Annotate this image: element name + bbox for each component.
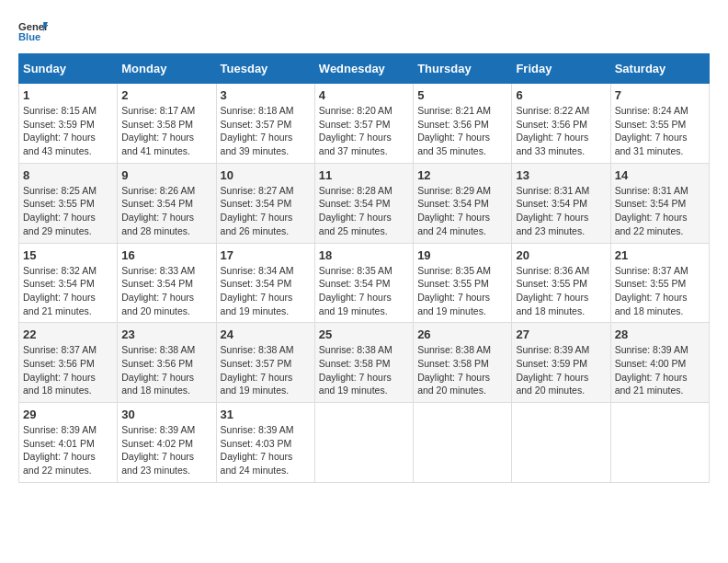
calendar-cell: 31Sunrise: 8:39 AMSunset: 4:03 PMDayligh… <box>216 403 314 483</box>
calendar-week-1: 1Sunrise: 8:15 AMSunset: 3:59 PMDaylight… <box>19 84 710 164</box>
day-number: 13 <box>516 168 606 182</box>
calendar-cell: 27Sunrise: 8:39 AMSunset: 3:59 PMDayligh… <box>512 323 610 403</box>
calendar-cell: 3Sunrise: 8:18 AMSunset: 3:57 PMDaylight… <box>216 84 314 164</box>
cell-info: Sunrise: 8:21 AMSunset: 3:56 PMDaylight:… <box>417 104 507 158</box>
day-number: 19 <box>417 248 507 262</box>
day-header-saturday: Saturday <box>610 54 709 84</box>
cell-info: Sunrise: 8:37 AMSunset: 3:56 PMDaylight:… <box>23 343 113 397</box>
day-number: 12 <box>417 168 507 182</box>
day-number: 8 <box>23 168 113 182</box>
calendar-cell: 1Sunrise: 8:15 AMSunset: 3:59 PMDaylight… <box>19 84 118 164</box>
page-header: General Blue <box>18 18 710 44</box>
day-number: 4 <box>319 88 409 102</box>
calendar-cell: 11Sunrise: 8:28 AMSunset: 3:54 PMDayligh… <box>314 163 413 243</box>
day-header-thursday: Thursday <box>414 54 512 84</box>
cell-info: Sunrise: 8:15 AMSunset: 3:59 PMDaylight:… <box>23 104 113 158</box>
day-number: 16 <box>121 248 211 262</box>
day-number: 21 <box>615 248 705 262</box>
day-number: 29 <box>23 408 113 421</box>
cell-info: Sunrise: 8:35 AMSunset: 3:55 PMDaylight:… <box>417 264 507 318</box>
calendar-week-2: 8Sunrise: 8:25 AMSunset: 3:55 PMDaylight… <box>19 163 710 243</box>
day-number: 11 <box>319 168 409 182</box>
cell-info: Sunrise: 8:28 AMSunset: 3:54 PMDaylight:… <box>319 184 409 238</box>
day-header-wednesday: Wednesday <box>314 54 413 84</box>
day-number: 18 <box>319 248 409 262</box>
cell-info: Sunrise: 8:25 AMSunset: 3:55 PMDaylight:… <box>23 184 113 238</box>
cell-info: Sunrise: 8:37 AMSunset: 3:55 PMDaylight:… <box>615 264 705 318</box>
calendar-cell: 7Sunrise: 8:24 AMSunset: 3:55 PMDaylight… <box>610 84 709 164</box>
svg-text:Blue: Blue <box>18 31 40 42</box>
day-number: 31 <box>221 408 311 421</box>
day-number: 7 <box>615 88 705 102</box>
calendar-cell: 10Sunrise: 8:27 AMSunset: 3:54 PMDayligh… <box>216 163 314 243</box>
day-number: 15 <box>23 248 113 262</box>
calendar-cell: 2Sunrise: 8:17 AMSunset: 3:58 PMDaylight… <box>118 84 216 164</box>
calendar-cell: 21Sunrise: 8:37 AMSunset: 3:55 PMDayligh… <box>610 243 709 323</box>
cell-info: Sunrise: 8:39 AMSunset: 3:59 PMDaylight:… <box>516 343 606 397</box>
calendar-header: SundayMondayTuesdayWednesdayThursdayFrid… <box>19 54 710 84</box>
calendar-week-4: 22Sunrise: 8:37 AMSunset: 3:56 PMDayligh… <box>19 323 710 403</box>
calendar-cell: 29Sunrise: 8:39 AMSunset: 4:01 PMDayligh… <box>19 403 118 483</box>
calendar-cell <box>414 403 512 483</box>
cell-info: Sunrise: 8:20 AMSunset: 3:57 PMDaylight:… <box>319 104 409 158</box>
day-number: 17 <box>221 248 311 262</box>
calendar-cell: 18Sunrise: 8:35 AMSunset: 3:54 PMDayligh… <box>314 243 413 323</box>
cell-info: Sunrise: 8:38 AMSunset: 3:57 PMDaylight:… <box>221 343 311 397</box>
day-number: 22 <box>23 327 113 341</box>
cell-info: Sunrise: 8:36 AMSunset: 3:55 PMDaylight:… <box>516 264 606 318</box>
day-number: 14 <box>615 168 705 182</box>
day-number: 6 <box>516 88 606 102</box>
calendar-table: SundayMondayTuesdayWednesdayThursdayFrid… <box>18 53 710 483</box>
day-number: 1 <box>23 88 113 102</box>
cell-info: Sunrise: 8:17 AMSunset: 3:58 PMDaylight:… <box>121 104 211 158</box>
day-number: 10 <box>221 168 311 182</box>
calendar-cell: 8Sunrise: 8:25 AMSunset: 3:55 PMDaylight… <box>19 163 118 243</box>
day-number: 9 <box>121 168 211 182</box>
cell-info: Sunrise: 8:38 AMSunset: 3:58 PMDaylight:… <box>417 343 507 397</box>
day-number: 5 <box>417 88 507 102</box>
cell-info: Sunrise: 8:39 AMSunset: 4:00 PMDaylight:… <box>615 343 705 397</box>
calendar-cell: 23Sunrise: 8:38 AMSunset: 3:56 PMDayligh… <box>118 323 216 403</box>
cell-info: Sunrise: 8:39 AMSunset: 4:02 PMDaylight:… <box>121 423 211 477</box>
calendar-cell: 17Sunrise: 8:34 AMSunset: 3:54 PMDayligh… <box>216 243 314 323</box>
calendar-cell: 19Sunrise: 8:35 AMSunset: 3:55 PMDayligh… <box>414 243 512 323</box>
cell-info: Sunrise: 8:31 AMSunset: 3:54 PMDaylight:… <box>615 184 705 238</box>
logo-icon: General Blue <box>18 18 48 44</box>
calendar-cell <box>610 403 709 483</box>
day-header-tuesday: Tuesday <box>216 54 314 84</box>
cell-info: Sunrise: 8:33 AMSunset: 3:54 PMDaylight:… <box>121 264 211 318</box>
cell-info: Sunrise: 8:22 AMSunset: 3:56 PMDaylight:… <box>516 104 606 158</box>
calendar-cell: 28Sunrise: 8:39 AMSunset: 4:00 PMDayligh… <box>610 323 709 403</box>
calendar-week-3: 15Sunrise: 8:32 AMSunset: 3:54 PMDayligh… <box>19 243 710 323</box>
calendar-cell: 4Sunrise: 8:20 AMSunset: 3:57 PMDaylight… <box>314 84 413 164</box>
cell-info: Sunrise: 8:39 AMSunset: 4:03 PMDaylight:… <box>221 423 311 477</box>
calendar-cell: 16Sunrise: 8:33 AMSunset: 3:54 PMDayligh… <box>118 243 216 323</box>
day-header-friday: Friday <box>512 54 610 84</box>
day-number: 25 <box>319 327 409 341</box>
day-number: 26 <box>417 327 507 341</box>
calendar-cell: 15Sunrise: 8:32 AMSunset: 3:54 PMDayligh… <box>19 243 118 323</box>
calendar-cell: 22Sunrise: 8:37 AMSunset: 3:56 PMDayligh… <box>19 323 118 403</box>
calendar-cell: 6Sunrise: 8:22 AMSunset: 3:56 PMDaylight… <box>512 84 610 164</box>
day-number: 20 <box>516 248 606 262</box>
day-number: 2 <box>121 88 211 102</box>
calendar-cell <box>512 403 610 483</box>
day-number: 3 <box>221 88 311 102</box>
calendar-cell: 26Sunrise: 8:38 AMSunset: 3:58 PMDayligh… <box>414 323 512 403</box>
day-number: 24 <box>221 327 311 341</box>
cell-info: Sunrise: 8:34 AMSunset: 3:54 PMDaylight:… <box>221 264 311 318</box>
calendar-week-5: 29Sunrise: 8:39 AMSunset: 4:01 PMDayligh… <box>19 403 710 483</box>
calendar-cell: 5Sunrise: 8:21 AMSunset: 3:56 PMDaylight… <box>414 84 512 164</box>
cell-info: Sunrise: 8:24 AMSunset: 3:55 PMDaylight:… <box>615 104 705 158</box>
calendar-cell: 9Sunrise: 8:26 AMSunset: 3:54 PMDaylight… <box>118 163 216 243</box>
cell-info: Sunrise: 8:32 AMSunset: 3:54 PMDaylight:… <box>23 264 113 318</box>
day-number: 28 <box>615 327 705 341</box>
day-number: 23 <box>121 327 211 341</box>
cell-info: Sunrise: 8:31 AMSunset: 3:54 PMDaylight:… <box>516 184 606 238</box>
calendar-cell: 30Sunrise: 8:39 AMSunset: 4:02 PMDayligh… <box>118 403 216 483</box>
cell-info: Sunrise: 8:29 AMSunset: 3:54 PMDaylight:… <box>417 184 507 238</box>
cell-info: Sunrise: 8:26 AMSunset: 3:54 PMDaylight:… <box>121 184 211 238</box>
calendar-cell: 13Sunrise: 8:31 AMSunset: 3:54 PMDayligh… <box>512 163 610 243</box>
cell-info: Sunrise: 8:35 AMSunset: 3:54 PMDaylight:… <box>319 264 409 318</box>
calendar-cell: 24Sunrise: 8:38 AMSunset: 3:57 PMDayligh… <box>216 323 314 403</box>
